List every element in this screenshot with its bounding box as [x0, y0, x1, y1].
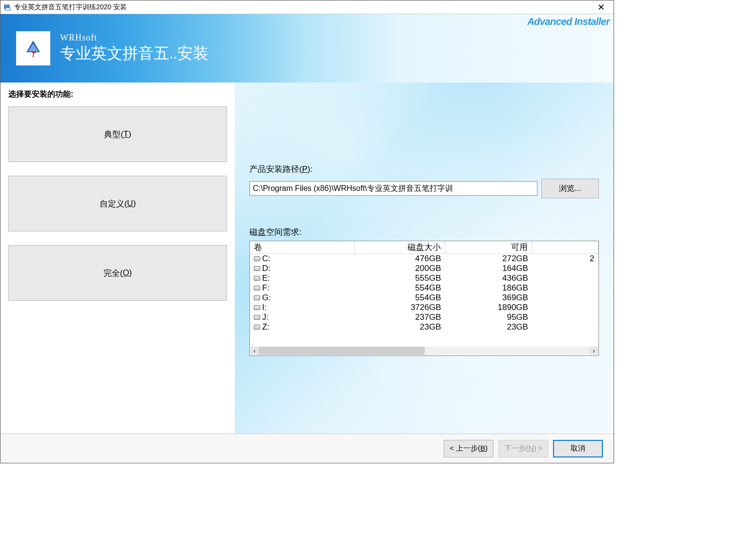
svg-text:T: T	[31, 51, 36, 59]
drive-icon	[254, 325, 260, 330]
col-volume[interactable]: 卷	[250, 241, 354, 254]
table-row[interactable]: F:554GB186GB	[250, 283, 598, 293]
complete-button[interactable]: 完全(O)	[8, 245, 227, 301]
col-available[interactable]: 可用	[445, 241, 532, 254]
drive-icon	[254, 315, 260, 320]
cancel-button[interactable]: 取消	[553, 440, 603, 457]
options-pane: 选择要安装的功能: 典型(T) 自定义(U) 完全(O)	[0, 83, 235, 434]
browse-button[interactable]: 浏览...	[541, 179, 599, 198]
table-row[interactable]: J:237GB95GB	[250, 312, 598, 322]
brand-small: WRHsoft	[60, 33, 208, 43]
install-path-label: 产品安装路径(P):	[249, 164, 599, 175]
titlebar[interactable]: 专业英文拼音五笔打字训练2020 安装 ✕	[0, 0, 614, 14]
svg-rect-1	[5, 8, 10, 10]
drive-icon	[254, 256, 260, 261]
table-row[interactable]: C:476GB272GB2	[250, 254, 598, 264]
drive-icon	[254, 266, 260, 271]
options-heading: 选择要安装的功能:	[8, 89, 227, 100]
advanced-installer-label: Advanced Installer	[527, 16, 610, 27]
back-button[interactable]: < 上一步(B)	[444, 440, 493, 457]
typical-button[interactable]: 典型(T)	[8, 106, 227, 162]
scroll-thumb[interactable]	[259, 347, 425, 355]
product-logo: T	[16, 31, 50, 65]
table-row[interactable]: E:555GB436GB	[250, 273, 598, 283]
drive-icon	[254, 286, 260, 290]
install-path-input[interactable]	[249, 181, 537, 196]
table-row[interactable]: D:200GB164GB	[250, 264, 598, 273]
brand-big: 专业英文拼音五..安装	[60, 43, 208, 64]
app-icon	[3, 3, 11, 11]
col-extra[interactable]	[532, 241, 598, 254]
disk-space-list: 卷 磁盘大小 可用 C:476GB272GB2D:200GB164GBE:555…	[249, 241, 599, 356]
drive-icon	[254, 295, 260, 300]
drive-icon	[254, 305, 260, 310]
table-row[interactable]: Z:23GB23GB	[250, 322, 598, 332]
disk-space-label: 磁盘空间需求:	[249, 227, 599, 238]
banner: T WRHsoft 专业英文拼音五..安装 Advanced Installer	[0, 14, 614, 83]
drive-icon	[254, 276, 260, 281]
scroll-left-icon[interactable]: ‹	[250, 347, 259, 355]
footer: < 上一步(B) 下一步(N) > 取消	[0, 434, 614, 463]
close-button[interactable]: ✕	[591, 1, 611, 14]
details-pane: 产品安装路径(P): 浏览... 磁盘空间需求: 卷 磁盘大小 可用 C:476…	[235, 83, 614, 434]
custom-button[interactable]: 自定义(U)	[8, 176, 227, 231]
next-button: 下一步(N) >	[498, 440, 548, 457]
table-row[interactable]: G:554GB369GB	[250, 293, 598, 303]
table-row[interactable]: I:3726GB1890GB	[250, 303, 598, 312]
col-size[interactable]: 磁盘大小	[354, 241, 445, 254]
scroll-right-icon[interactable]: ›	[590, 347, 598, 355]
horizontal-scrollbar[interactable]: ‹ ›	[250, 347, 598, 355]
window-title: 专业英文拼音五笔打字训练2020 安装	[14, 3, 591, 12]
